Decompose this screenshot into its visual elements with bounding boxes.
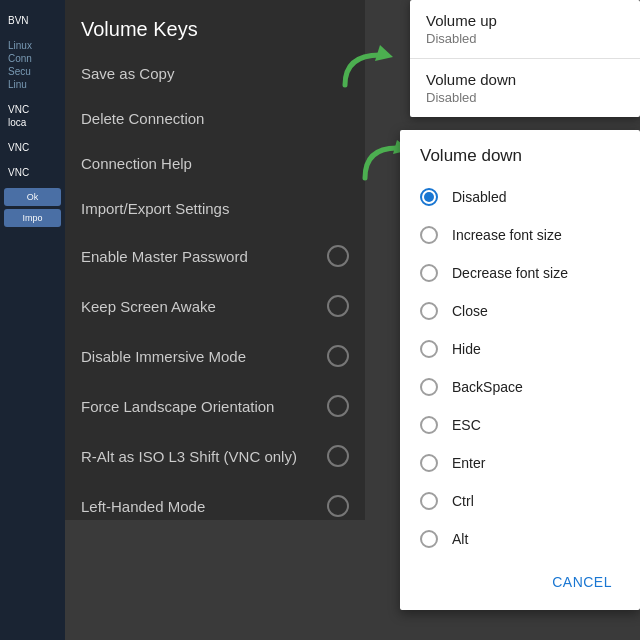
option-backspace-label: BackSpace xyxy=(452,379,523,395)
option-ctrl-label: Ctrl xyxy=(452,493,474,509)
option-disabled[interactable]: Disabled xyxy=(400,178,640,216)
menu-item-master-password-label: Enable Master Password xyxy=(81,248,327,265)
option-close-label: Close xyxy=(452,303,488,319)
option-decrease-font-radio[interactable] xyxy=(420,264,438,282)
option-alt-radio[interactable] xyxy=(420,530,438,548)
cancel-button[interactable]: CANCEL xyxy=(540,566,624,598)
menu-item-landscape[interactable]: Force Landscape Orientation xyxy=(65,381,365,431)
option-enter-radio[interactable] xyxy=(420,454,438,472)
impo-button[interactable]: Impo xyxy=(4,209,61,227)
option-alt[interactable]: Alt xyxy=(400,520,640,558)
menu-item-lefthanded[interactable]: Left-Handed Mode xyxy=(65,481,365,531)
menu-item-keep-awake-label: Keep Screen Awake xyxy=(81,298,327,315)
option-backspace-radio[interactable] xyxy=(420,378,438,396)
sidebar: BVN LinuxConnSecuLinu VNCloca VNC VNC Ok… xyxy=(0,0,65,640)
menu-item-delete-label: Delete Connection xyxy=(81,110,349,127)
option-hide-label: Hide xyxy=(452,341,481,357)
menu-item-help[interactable]: Connection Help xyxy=(65,141,365,186)
main-menu: Volume Keys Save as Copy Delete Connecti… xyxy=(65,0,365,520)
menu-item-ralt[interactable]: R-Alt as ISO L3 Shift (VNC only) xyxy=(65,431,365,481)
dropdown-dialog: Volume down Disabled Increase font size … xyxy=(400,130,640,610)
volume-up-item[interactable]: Volume up Disabled xyxy=(410,0,640,59)
volume-up-subtitle: Disabled xyxy=(426,31,624,46)
svg-marker-0 xyxy=(375,45,393,61)
menu-title: Volume Keys xyxy=(65,0,365,51)
option-alt-label: Alt xyxy=(452,531,468,547)
menu-item-import[interactable]: Import/Export Settings xyxy=(65,186,365,231)
option-disabled-label: Disabled xyxy=(452,189,506,205)
ralt-radio[interactable] xyxy=(327,445,349,467)
lefthanded-radio[interactable] xyxy=(327,495,349,517)
option-close-radio[interactable] xyxy=(420,302,438,320)
ok-button[interactable]: Ok xyxy=(4,188,61,206)
volume-up-title: Volume up xyxy=(426,12,624,29)
option-increase-font-radio[interactable] xyxy=(420,226,438,244)
menu-item-ralt-label: R-Alt as ISO L3 Shift (VNC only) xyxy=(81,448,327,465)
option-backspace[interactable]: BackSpace xyxy=(400,368,640,406)
menu-item-lefthanded-label: Left-Handed Mode xyxy=(81,498,327,515)
option-close[interactable]: Close xyxy=(400,292,640,330)
sidebar-content: BVN LinuxConnSecuLinu VNCloca VNC VNC Ok… xyxy=(0,0,65,238)
option-decrease-font[interactable]: Decrease font size xyxy=(400,254,640,292)
menu-item-immersive[interactable]: Disable Immersive Mode xyxy=(65,331,365,381)
immersive-radio[interactable] xyxy=(327,345,349,367)
volume-down-title: Volume down xyxy=(426,71,624,88)
option-ctrl-radio[interactable] xyxy=(420,492,438,510)
option-enter[interactable]: Enter xyxy=(400,444,640,482)
keep-awake-radio[interactable] xyxy=(327,295,349,317)
option-hide[interactable]: Hide xyxy=(400,330,640,368)
landscape-radio[interactable] xyxy=(327,395,349,417)
option-esc-radio[interactable] xyxy=(420,416,438,434)
sidebar-item-4[interactable]: VNC xyxy=(4,160,61,185)
option-esc-label: ESC xyxy=(452,417,481,433)
volume-down-subtitle: Disabled xyxy=(426,90,624,105)
menu-item-keep-awake[interactable]: Keep Screen Awake xyxy=(65,281,365,331)
option-hide-radio[interactable] xyxy=(420,340,438,358)
option-disabled-radio[interactable] xyxy=(420,188,438,206)
sidebar-item-1[interactable]: LinuxConnSecuLinu xyxy=(4,33,61,97)
sidebar-item-3[interactable]: VNC xyxy=(4,135,61,160)
dropdown-title: Volume down xyxy=(400,130,640,178)
option-esc[interactable]: ESC xyxy=(400,406,640,444)
sidebar-item-2[interactable]: VNCloca xyxy=(4,97,61,135)
menu-item-save[interactable]: Save as Copy xyxy=(65,51,365,96)
menu-item-save-label: Save as Copy xyxy=(81,65,349,82)
option-ctrl[interactable]: Ctrl xyxy=(400,482,640,520)
menu-item-immersive-label: Disable Immersive Mode xyxy=(81,348,327,365)
arrow-1-icon xyxy=(335,45,395,104)
sidebar-item-appname: BVN xyxy=(4,8,61,33)
menu-item-landscape-label: Force Landscape Orientation xyxy=(81,398,327,415)
menu-item-delete[interactable]: Delete Connection xyxy=(65,96,365,141)
menu-item-help-label: Connection Help xyxy=(81,155,349,172)
menu-item-import-label: Import/Export Settings xyxy=(81,200,349,217)
volume-down-item[interactable]: Volume down Disabled xyxy=(410,59,640,117)
dialog-actions: CANCEL xyxy=(400,558,640,606)
volume-panel: Volume up Disabled Volume down Disabled xyxy=(410,0,640,117)
option-enter-label: Enter xyxy=(452,455,485,471)
master-password-radio[interactable] xyxy=(327,245,349,267)
option-increase-font[interactable]: Increase font size xyxy=(400,216,640,254)
menu-item-master-password[interactable]: Enable Master Password xyxy=(65,231,365,281)
option-decrease-font-label: Decrease font size xyxy=(452,265,568,281)
option-increase-font-label: Increase font size xyxy=(452,227,562,243)
